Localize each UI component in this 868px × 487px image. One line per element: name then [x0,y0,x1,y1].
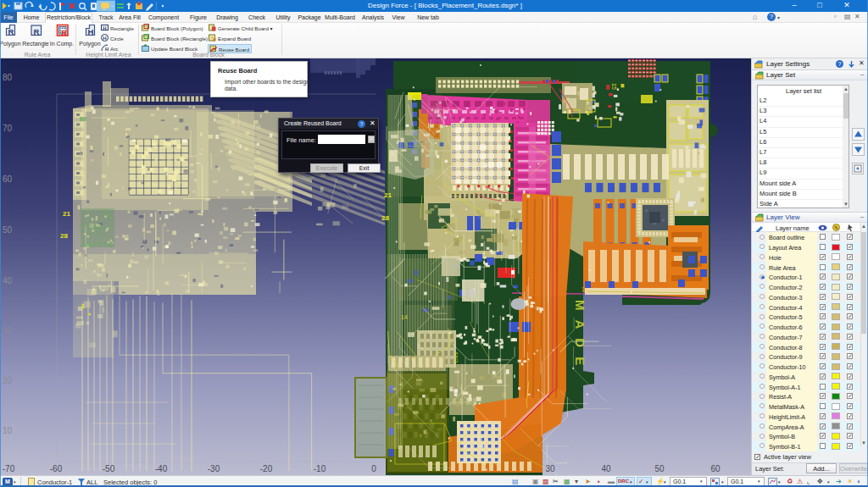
svg-text:R: R [8,27,14,36]
svg-text:50: 50 [3,225,13,235]
svg-text:▲: ▲ [87,311,92,316]
svg-text:-10: -10 [314,464,326,473]
svg-text:MADE: MADE [573,300,587,374]
svg-text:0: 0 [371,464,376,473]
svg-text:80: 80 [3,73,13,82]
svg-text:30: 30 [3,326,13,335]
svg-text:50: 50 [654,464,665,473]
svg-text:-40: -40 [155,464,168,473]
svg-text:40: 40 [601,464,611,473]
svg-text:15: 15 [611,83,617,90]
svg-text:-30: -30 [208,464,220,473]
svg-text:40: 40 [3,276,13,285]
svg-text:-60: -60 [50,464,63,473]
svg-text:H: H [103,36,106,41]
svg-text:-50: -50 [103,464,115,473]
svg-text:R: R [61,29,67,37]
svg-text:30: 30 [545,464,555,473]
svg-text:21: 21 [63,210,70,218]
svg-text:60: 60 [710,464,721,473]
svg-text:60: 60 [3,174,13,184]
svg-text:20: 20 [3,376,13,385]
svg-text:✎: ✎ [834,225,838,230]
svg-text:70: 70 [3,124,13,133]
svg-text:-70: -70 [3,464,15,473]
svg-text:H: H [103,25,106,30]
svg-text:10: 10 [3,426,13,435]
svg-text:-20: -20 [260,464,273,473]
svg-text:R: R [33,27,39,36]
svg-text:H: H [87,27,93,36]
svg-text:1: 1 [81,303,85,309]
svg-text:28: 28 [60,232,68,240]
